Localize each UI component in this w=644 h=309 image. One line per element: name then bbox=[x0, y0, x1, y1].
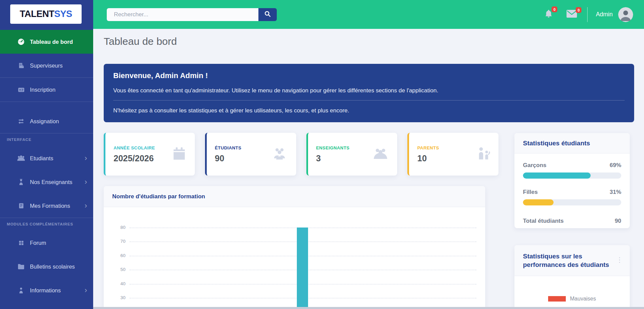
students-group-icon bbox=[16, 155, 26, 162]
performance-header: Statistiques sur les performances des ét… bbox=[514, 245, 630, 276]
sidebar-item-label: Superviseurs bbox=[30, 62, 63, 69]
legend-item-mauvaises: Mauvaises bbox=[548, 296, 596, 302]
stat-card-etudiants: ÉTUDIANTS 90 bbox=[205, 133, 296, 176]
sidebar-section-modules: MODULES COMPLÉMENTAIRES bbox=[0, 222, 93, 226]
sidebar-item-tableau-de-bord[interactable]: Tableau de bord bbox=[0, 30, 93, 54]
sidebar-item-bulletins-scolaires[interactable]: Bulletins scolaires bbox=[0, 255, 93, 278]
sidebar-divider bbox=[0, 133, 93, 133]
notifications-badge: 0 bbox=[552, 6, 557, 12]
filles-value: 31% bbox=[610, 189, 621, 196]
transfer-arrows-icon bbox=[16, 117, 26, 125]
logo-text-secondary: SYS bbox=[54, 9, 72, 19]
avatar[interactable] bbox=[618, 7, 633, 22]
chart-bar bbox=[297, 228, 308, 309]
y-axis-tick: 50 bbox=[110, 267, 125, 272]
gauge-icon bbox=[16, 38, 26, 46]
filles-progress-fill bbox=[523, 199, 554, 205]
stat-card-parents: PARENTS 10 bbox=[407, 133, 498, 176]
kebab-menu-icon[interactable]: ⋮ bbox=[616, 256, 623, 263]
sidebar-item-label: Nos Enseignants bbox=[30, 179, 72, 185]
main-content: Tableau de bord Bienvenue, Admin Admin !… bbox=[93, 29, 644, 309]
building-lock-icon bbox=[16, 62, 26, 69]
sidebar-item-label: Mes Formations bbox=[30, 203, 70, 209]
sidebar-item-label: Etudiants bbox=[30, 155, 53, 162]
teacher-icon bbox=[16, 179, 26, 185]
welcome-title: Bienvenue, Admin Admin ! bbox=[113, 71, 625, 80]
topbar: 0 0 Admin bbox=[93, 0, 644, 29]
sidebar-item-informations[interactable]: Informations › bbox=[0, 278, 93, 302]
stat-card-label: ANNÉE SCOLAIRE bbox=[114, 145, 155, 150]
chart-title: Nombre d'étudiants par formation bbox=[112, 193, 205, 200]
bell-icon bbox=[544, 14, 553, 19]
total-value: 90 bbox=[615, 218, 621, 224]
sidebar-item-assignation[interactable]: Assignation bbox=[0, 109, 93, 133]
envelope-icon bbox=[566, 13, 577, 19]
teachers-group-icon bbox=[372, 147, 389, 162]
students-group-icon bbox=[271, 147, 288, 162]
sidebar-item-inscription[interactable]: Inscription bbox=[0, 78, 93, 102]
app-logo[interactable]: TALENTSYS bbox=[10, 4, 82, 24]
stat-card-value: 2025/2026 bbox=[114, 153, 155, 163]
chevron-right-icon: › bbox=[85, 202, 87, 210]
notifications-button[interactable]: 0 bbox=[544, 9, 553, 20]
stat-card-enseignants: ENSEIGNANTS 3 bbox=[306, 133, 397, 176]
chevron-right-icon: › bbox=[85, 178, 87, 186]
sidebar: TALENTSYS Tableau de bord Superviseurs I… bbox=[0, 0, 93, 309]
page-title: Tableau de bord bbox=[104, 36, 177, 47]
search-button[interactable] bbox=[258, 8, 277, 21]
search-icon bbox=[264, 11, 271, 18]
horizontal-scrollbar[interactable] bbox=[93, 307, 644, 309]
performance-title: Statistiques sur les performances des ét… bbox=[523, 252, 616, 269]
sidebar-item-label: Informations bbox=[30, 287, 61, 294]
y-axis-tick: 30 bbox=[110, 295, 125, 300]
legend-swatch-red bbox=[548, 296, 566, 302]
y-axis-tick: 60 bbox=[110, 253, 125, 258]
students-per-formation-chart-card: Nombre d'étudiants par formation 8070605… bbox=[104, 186, 485, 309]
performance-body: Mauvaises bbox=[514, 276, 630, 302]
student-statistics-header: Statistiques étudiants bbox=[514, 133, 630, 153]
search-bar bbox=[107, 8, 277, 21]
garcons-progress-bar bbox=[523, 172, 621, 179]
sidebar-item-nos-enseignants[interactable]: Nos Enseignants › bbox=[0, 170, 93, 194]
topbar-divider bbox=[587, 7, 588, 22]
grid-icon bbox=[16, 240, 26, 246]
id-card-icon bbox=[16, 86, 26, 93]
sidebar-section-interface: INTERFACE bbox=[0, 138, 93, 142]
topbar-right: 0 0 Admin bbox=[544, 7, 633, 22]
total-label: Total étudiants bbox=[523, 218, 564, 224]
student-statistics-title: Statistiques étudiants bbox=[523, 140, 590, 147]
stat-card-annee-scolaire: ANNÉE SCOLAIRE 2025/2026 bbox=[104, 133, 195, 176]
sidebar-item-superviseurs[interactable]: Superviseurs bbox=[0, 54, 93, 77]
user-menu-label[interactable]: Admin bbox=[596, 11, 613, 18]
logo-text-primary: TALENT bbox=[20, 9, 54, 19]
filles-row: Filles 31% bbox=[523, 189, 621, 196]
folder-icon bbox=[16, 263, 26, 270]
stat-card-label: PARENTS bbox=[417, 145, 439, 150]
sidebar-item-label: Assignation bbox=[30, 118, 59, 125]
course-book-icon bbox=[16, 202, 26, 209]
search-input[interactable] bbox=[107, 8, 258, 21]
welcome-banner: Bienvenue, Admin Admin ! Vous êtes conne… bbox=[104, 64, 634, 122]
total-row: Total étudiants 90 bbox=[523, 218, 621, 224]
welcome-paragraph-1: Vous êtes connecté en tant qu'administra… bbox=[113, 87, 625, 94]
legend-label: Mauvaises bbox=[570, 296, 596, 302]
messages-badge: 0 bbox=[576, 7, 581, 13]
filles-progress-bar bbox=[523, 199, 621, 205]
stat-card-label: ÉTUDIANTS bbox=[215, 145, 241, 150]
banner-divider bbox=[113, 100, 625, 101]
stat-card-value: 3 bbox=[316, 153, 350, 163]
sidebar-item-etudiants[interactable]: Etudiants › bbox=[0, 146, 93, 170]
stat-card-value: 90 bbox=[215, 153, 241, 163]
sidebar-item-forum[interactable]: Forum bbox=[0, 231, 93, 255]
y-axis-tick: 80 bbox=[110, 225, 125, 230]
garcons-row: Garçons 69% bbox=[523, 162, 621, 169]
garcons-progress-fill bbox=[523, 172, 591, 179]
sidebar-item-mes-formations[interactable]: Mes Formations › bbox=[0, 194, 93, 218]
student-statistics-body: Garçons 69% Filles 31% Total étudiants 9… bbox=[514, 153, 630, 224]
chevron-right-icon: › bbox=[85, 287, 87, 294]
bar-chart-plot: 807060504030 bbox=[104, 207, 485, 309]
messages-button[interactable]: 0 bbox=[566, 10, 577, 19]
student-statistics-panel: Statistiques étudiants Garçons 69% Fille… bbox=[514, 133, 630, 228]
y-axis-tick: 70 bbox=[110, 239, 125, 244]
sidebar-item-label: Inscription bbox=[30, 87, 55, 93]
